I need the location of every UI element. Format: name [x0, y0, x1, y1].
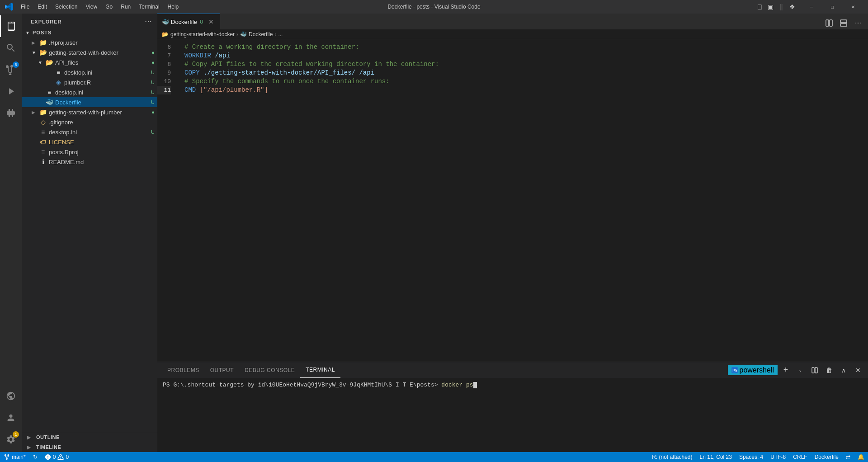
- tree-docker-desktop-ini[interactable]: ▶ ≡ desktop.ini U: [22, 87, 157, 97]
- split-editor-button[interactable]: [823, 17, 835, 29]
- tree-gitignore[interactable]: ▶ ◇ .gitignore: [22, 117, 157, 127]
- editor-layout-button[interactable]: [837, 17, 850, 29]
- file-icon: 🐳: [240, 31, 247, 38]
- breadcrumb-symbol[interactable]: ...: [278, 31, 283, 38]
- sync-icon: ↻: [33, 454, 38, 460]
- tab-debug-console[interactable]: DEBUG CONSOLE: [239, 362, 300, 378]
- breadcrumb-sep-2: ›: [274, 31, 276, 38]
- arrow-icon: ▶: [32, 40, 39, 45]
- tab-bar: 🐳 Dockerfile U ✕ ⋯: [157, 14, 868, 29]
- folder-icon: 📂: [162, 31, 169, 38]
- main-layout: 6 1 EXPLORER ⋯: [0, 14, 868, 452]
- activity-search[interactable]: [0, 37, 22, 59]
- tab-problems[interactable]: PROBLEMS: [162, 362, 205, 378]
- settings-badge: 1: [13, 431, 19, 438]
- status-badge: U: [151, 129, 155, 135]
- activity-explorer[interactable]: [0, 15, 22, 37]
- terminal-prompt: PS G:\.shortcut-targets-by-id\10UEoHetHv…: [163, 382, 441, 388]
- status-notifications[interactable]: ⇄: [842, 452, 854, 462]
- tree-gsd-folder[interactable]: ▼ 📂 getting-started-with-docker ●: [22, 47, 157, 57]
- activity-account[interactable]: [0, 407, 22, 429]
- sidebar-menu-icon[interactable]: ⋯: [145, 17, 152, 26]
- menu-run[interactable]: Run: [117, 3, 134, 11]
- menu-selection[interactable]: Selection: [52, 3, 81, 11]
- status-remote[interactable]: R: (not attached): [648, 452, 696, 462]
- layout-icon-2[interactable]: ▣: [766, 2, 775, 11]
- outline-section[interactable]: ▶ OUTLINE: [22, 432, 157, 442]
- tree-license[interactable]: ▶ 🏷 LICENSE: [22, 137, 157, 147]
- menu-file[interactable]: File: [17, 3, 33, 11]
- tree-root-posts[interactable]: ▼ POSTS: [22, 28, 157, 38]
- code-line-8: # Copy API files to the created working …: [184, 60, 868, 69]
- bell-icon: 🔔: [858, 454, 864, 460]
- tree-rproj-user[interactable]: ▶ 📁 .Rproj.user: [22, 38, 157, 47]
- tab-dockerfile[interactable]: 🐳 Dockerfile U ✕: [157, 14, 220, 29]
- timeline-section[interactable]: ▶ TIMELINE: [22, 442, 157, 452]
- kill-terminal-button[interactable]: 🗑: [823, 364, 835, 377]
- tree-readme[interactable]: ▶ ℹ README.md: [22, 157, 157, 167]
- status-right: R: (not attached) Ln 11, Col 23 Spaces: …: [648, 452, 868, 462]
- file-tree: ▼ POSTS ▶ 📁 .Rproj.user ▼ 📂 getting-star…: [22, 28, 157, 432]
- activity-remote[interactable]: [0, 385, 22, 407]
- tab-output[interactable]: OUTPUT: [205, 362, 239, 378]
- line-number: 10: [157, 77, 171, 86]
- restore-button[interactable]: □: [822, 0, 843, 14]
- terminal-dropdown[interactable]: ⌄: [794, 364, 807, 377]
- more-actions-button[interactable]: ⋯: [852, 17, 864, 29]
- title-bar: File Edit Selection View Go Run Terminal…: [0, 0, 868, 14]
- split-terminal-button[interactable]: [808, 364, 821, 377]
- folder-icon: 📁: [39, 38, 47, 47]
- layout-icon-4[interactable]: ❖: [788, 2, 797, 11]
- arrow-icon: ▼: [38, 60, 45, 65]
- panel-terminal-selector[interactable]: PS powershell: [728, 365, 778, 375]
- svg-rect-0: [826, 20, 829, 26]
- arrow-icon: ▶: [27, 445, 34, 450]
- menu-view[interactable]: View: [82, 3, 101, 11]
- tab-close-button[interactable]: ✕: [207, 18, 215, 26]
- menu-edit[interactable]: Edit: [34, 3, 51, 11]
- status-sync[interactable]: ↻: [29, 452, 41, 462]
- layout-icon-3[interactable]: ‖: [777, 2, 786, 11]
- activity-extensions[interactable]: [0, 102, 22, 124]
- tree-api-desktop-ini[interactable]: ▶ ≡ desktop.ini U: [22, 67, 157, 77]
- breadcrumb-folder[interactable]: 📂 getting-started-with-docker: [162, 31, 235, 38]
- status-spaces[interactable]: Spaces: 4: [736, 452, 767, 462]
- add-terminal-button[interactable]: +: [779, 364, 792, 377]
- status-line-ending[interactable]: CRLF: [789, 452, 811, 462]
- line-ending-label: CRLF: [793, 454, 807, 460]
- language-label: Dockerfile: [815, 454, 839, 460]
- tree-root-desktop-ini[interactable]: ▶ ≡ desktop.ini U: [22, 127, 157, 137]
- activity-run-debug[interactable]: [0, 80, 22, 102]
- status-badge: ●: [151, 60, 155, 65]
- menu-help[interactable]: Help: [164, 3, 183, 11]
- code-editor[interactable]: 6 7 8 9 10 11 # Create a working directo…: [157, 39, 868, 362]
- minimize-button[interactable]: ─: [801, 0, 822, 14]
- status-branch[interactable]: main*: [0, 452, 29, 462]
- status-errors[interactable]: 0 0: [41, 452, 72, 462]
- status-position[interactable]: Ln 11, Col 23: [696, 452, 736, 462]
- tree-dockerfile[interactable]: ▶ 🐳 Dockerfile U: [22, 97, 157, 107]
- sidebar-bottom: ▶ OUTLINE ▶ TIMELINE: [22, 432, 157, 452]
- tree-plumber-r[interactable]: ▶ ◈ plumber.R U: [22, 77, 157, 87]
- tab-actions: ⋯: [823, 17, 868, 29]
- tree-rproj[interactable]: ▶ ≡ posts.Rproj: [22, 147, 157, 157]
- activity-bottom: 1: [0, 385, 22, 452]
- panel-actions: PS powershell + ⌄ 🗑 ∧ ✕: [728, 364, 868, 377]
- breadcrumb-file[interactable]: 🐳 Dockerfile: [240, 31, 273, 38]
- close-button[interactable]: ✕: [843, 0, 863, 14]
- code-content[interactable]: # Create a working directory in the cont…: [180, 39, 868, 362]
- tab-terminal[interactable]: TERMINAL: [300, 362, 340, 378]
- menu-terminal[interactable]: Terminal: [135, 3, 163, 11]
- status-bell[interactable]: 🔔: [854, 452, 868, 462]
- tree-api-files[interactable]: ▼ 📂 API_files ●: [22, 57, 157, 67]
- terminal-content[interactable]: PS G:\.shortcut-targets-by-id\10UEoHetHv…: [157, 378, 868, 452]
- tree-gsp-folder[interactable]: ▶ 📁 getting-started-with-plumber ●: [22, 107, 157, 117]
- status-encoding[interactable]: UTF-8: [767, 452, 789, 462]
- status-language[interactable]: Dockerfile: [811, 452, 842, 462]
- activity-source-control[interactable]: 6: [0, 59, 22, 80]
- activity-settings[interactable]: 1: [0, 429, 22, 450]
- layout-icon-1[interactable]: ⎕: [755, 2, 764, 11]
- menu-go[interactable]: Go: [102, 3, 116, 11]
- close-panel-button[interactable]: ✕: [852, 364, 864, 377]
- maximize-panel-button[interactable]: ∧: [837, 364, 850, 377]
